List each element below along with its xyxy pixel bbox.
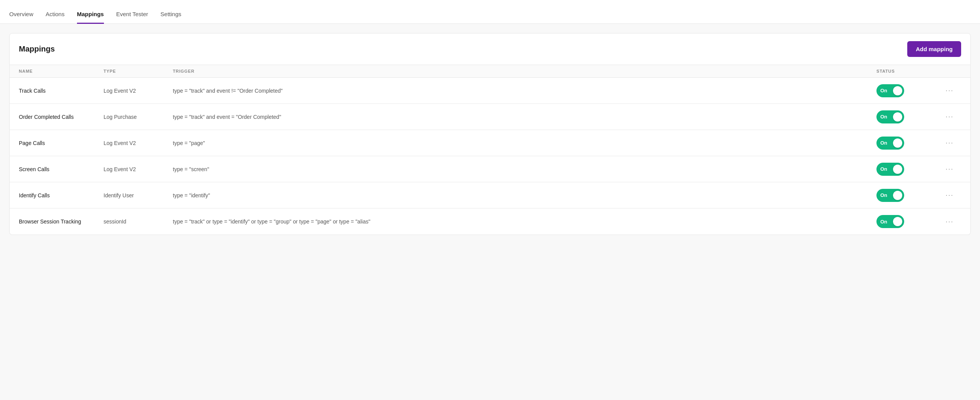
cell-name: Page Calls [19, 140, 104, 146]
toggle-circle [893, 112, 902, 122]
cell-actions: ··· [938, 163, 961, 175]
cell-status: On [876, 189, 938, 202]
cell-name: Browser Session Tracking [19, 218, 104, 225]
cell-type: Log Purchase [104, 114, 173, 120]
cell-type: Log Event V2 [104, 88, 173, 94]
toggle-circle [893, 86, 902, 95]
main-content: Mappings Add mapping NAME TYPE TRIGGER S… [0, 24, 980, 244]
cell-actions: ··· [938, 137, 961, 148]
toggle-label: On [880, 114, 887, 120]
cell-name: Track Calls [19, 88, 104, 94]
tab-actions[interactable]: Actions [46, 6, 65, 24]
toggle-circle [893, 217, 902, 226]
row-actions-button[interactable]: ··· [942, 137, 957, 148]
tab-overview[interactable]: Overview [9, 6, 33, 24]
toggle-label: On [880, 219, 887, 225]
cell-name: Identify Calls [19, 192, 104, 198]
mappings-header: Mappings Add mapping [9, 33, 971, 65]
cell-type: sessionId [104, 218, 173, 225]
nav-tabs: Overview Actions Mappings Event Tester S… [0, 0, 980, 24]
cell-type: Log Event V2 [104, 166, 173, 172]
toggle-circle [893, 165, 902, 174]
toggle-circle [893, 191, 902, 200]
status-toggle[interactable]: On [876, 163, 904, 176]
cell-name: Order Completed Calls [19, 114, 104, 120]
cell-trigger: type = "track" and event != "Order Compl… [173, 88, 876, 94]
status-toggle[interactable]: On [876, 110, 904, 123]
cell-status: On [876, 163, 938, 176]
cell-status: On [876, 137, 938, 150]
cell-actions: ··· [938, 85, 961, 96]
row-actions-button[interactable]: ··· [942, 190, 957, 201]
toggle-circle [893, 138, 902, 148]
tab-mappings[interactable]: Mappings [77, 6, 104, 24]
toggle-label: On [880, 166, 887, 172]
add-mapping-button[interactable]: Add mapping [907, 41, 961, 57]
mappings-table: NAME TYPE TRIGGER STATUS Track Calls Log… [9, 65, 971, 235]
cell-trigger: type = "identify" [173, 192, 876, 198]
table-row: Page Calls Log Event V2 type = "page" On… [10, 130, 970, 156]
cell-name: Screen Calls [19, 166, 104, 172]
cell-actions: ··· [938, 190, 961, 201]
row-actions-button[interactable]: ··· [942, 163, 957, 175]
table-body: Track Calls Log Event V2 type = "track" … [10, 78, 970, 235]
table-row: Browser Session Tracking sessionId type … [10, 208, 970, 235]
column-header-trigger: TRIGGER [173, 69, 876, 73]
column-header-name: NAME [19, 69, 104, 73]
page-title: Mappings [19, 45, 55, 53]
cell-trigger: type = "screen" [173, 166, 876, 172]
cell-status: On [876, 110, 938, 123]
column-header-type: TYPE [104, 69, 173, 73]
toggle-label: On [880, 140, 887, 146]
cell-trigger: type = "track" and event = "Order Comple… [173, 114, 876, 120]
row-actions-button[interactable]: ··· [942, 85, 957, 96]
row-actions-button[interactable]: ··· [942, 111, 957, 122]
cell-actions: ··· [938, 216, 961, 227]
column-header-status: STATUS [876, 69, 938, 73]
toggle-label: On [880, 88, 887, 93]
cell-status: On [876, 84, 938, 97]
toggle-label: On [880, 192, 887, 198]
status-toggle[interactable]: On [876, 84, 904, 97]
row-actions-button[interactable]: ··· [942, 216, 957, 227]
mappings-card: Mappings Add mapping NAME TYPE TRIGGER S… [9, 33, 971, 235]
cell-status: On [876, 215, 938, 228]
cell-type: Identify User [104, 192, 173, 198]
status-toggle[interactable]: On [876, 189, 904, 202]
table-row: Identify Calls Identify User type = "ide… [10, 182, 970, 208]
table-row: Track Calls Log Event V2 type = "track" … [10, 78, 970, 104]
status-toggle[interactable]: On [876, 137, 904, 150]
column-header-actions [938, 69, 961, 73]
cell-trigger: type = "track" or type = "identify" or t… [173, 218, 876, 225]
cell-type: Log Event V2 [104, 140, 173, 146]
table-row: Screen Calls Log Event V2 type = "screen… [10, 156, 970, 182]
table-header: NAME TYPE TRIGGER STATUS [10, 65, 970, 78]
status-toggle[interactable]: On [876, 215, 904, 228]
tab-event-tester[interactable]: Event Tester [116, 6, 148, 24]
cell-trigger: type = "page" [173, 140, 876, 146]
table-row: Order Completed Calls Log Purchase type … [10, 104, 970, 130]
tab-settings[interactable]: Settings [161, 6, 181, 24]
cell-actions: ··· [938, 111, 961, 122]
